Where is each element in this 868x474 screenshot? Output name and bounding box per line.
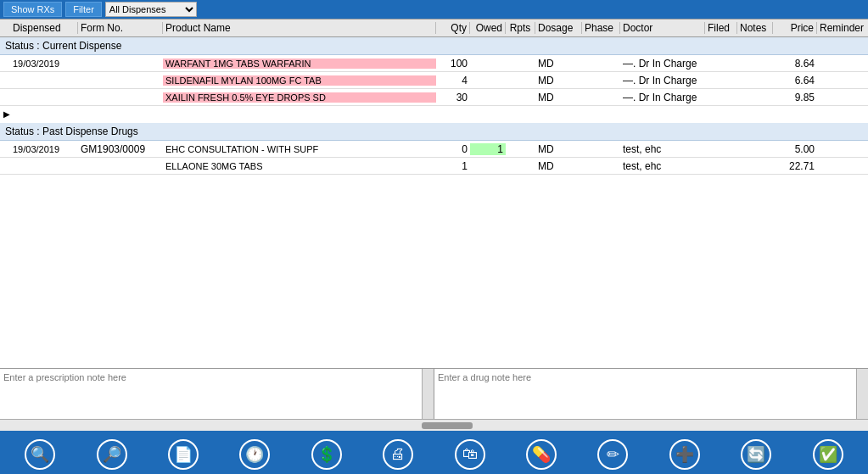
row-formno: GM1903/0009: [78, 143, 163, 155]
row-dosage: MD: [535, 75, 582, 86]
search-button[interactable]: 🔍 Search: [6, 433, 74, 475]
hist-icon: 🕐: [239, 439, 270, 470]
col-price-header: Price: [773, 22, 817, 34]
all-dispenses-dropdown[interactable]: All DispensesCurrent DispensePast Dispen…: [105, 2, 197, 17]
row-doctor: —. Dr In Charge: [620, 92, 705, 103]
receipt-button[interactable]: 🖨 Receipt: [364, 433, 432, 475]
row-dosage: MD: [535, 160, 582, 172]
label-icon: 💊: [526, 439, 557, 470]
hscroll-thumb[interactable]: [422, 422, 473, 429]
drug-note-panel: [434, 369, 868, 419]
row-dosage: MD: [535, 92, 582, 103]
new-script-button[interactable]: ➕ New Script: [651, 433, 719, 475]
rpt-complete-button[interactable]: ✅ Rpt & Complete: [794, 433, 862, 475]
show-rxs-button[interactable]: Show RXs: [3, 2, 62, 17]
row-product: SILDENAFIL MYLAN 100MG FC TAB: [163, 75, 436, 86]
table-row[interactable]: 19/03/2019 WARFANT 1MG TABS WARFARIN 100…: [0, 55, 868, 72]
prescription-note-input[interactable]: [0, 369, 434, 419]
row-doctor: —. Dr In Charge: [620, 58, 705, 70]
table-header: Dispensed Form No. Product Name Qty Owed…: [0, 19, 868, 37]
col-rpts-header: Rpts: [506, 22, 535, 34]
row-date: 19/03/2019: [10, 144, 78, 154]
col-qty-header: Qty: [436, 22, 470, 34]
view-scan-icon: 📄: [168, 439, 199, 470]
new-script-icon: ➕: [669, 439, 700, 470]
table-row[interactable]: SILDENAFIL MYLAN 100MG FC TAB 4 MD —. Dr…: [0, 72, 868, 89]
bottom-toolbar: 🔍 Search 🔎 View 📄 View Scan 🕐 Hist 5/5 💲…: [0, 431, 868, 474]
row-owed: 1: [470, 143, 506, 155]
row-date: 19/03/2019: [10, 59, 78, 69]
table-area: Status : Current Dispense 19/03/2019 WAR…: [0, 37, 868, 368]
row-price: 6.64: [773, 75, 817, 86]
bag-button[interactable]: 🛍 Bag: [436, 433, 504, 475]
col-phase-header: Phase: [582, 22, 620, 34]
row-dosage: MD: [535, 58, 582, 70]
top-bar: Show RXs Filter All DispensesCurrent Dis…: [0, 0, 868, 19]
view-scan-button[interactable]: 📄 View Scan: [149, 433, 217, 475]
notes-area: [0, 368, 868, 419]
row-doctor: —. Dr In Charge: [620, 75, 705, 86]
uncharge-icon: 💲: [311, 439, 342, 470]
drug-note-input[interactable]: [434, 369, 868, 419]
receipt-icon: 🖨: [383, 439, 413, 470]
horizontal-scrollbar[interactable]: [0, 419, 868, 431]
uncharge-button[interactable]: 💲 Uncharge: [293, 433, 361, 475]
row-product: XAILIN FRESH 0.5% EYE DROPS SD: [163, 92, 436, 103]
col-product-header: Product Name: [163, 22, 436, 34]
rpt-complete-icon: ✅: [813, 439, 843, 470]
col-doctor-header: Doctor: [620, 22, 705, 34]
row-price: 5.00: [773, 143, 817, 155]
prescription-scrollbar[interactable]: [422, 369, 434, 419]
view-icon: 🔎: [97, 439, 127, 470]
prescription-note-panel: [0, 369, 434, 419]
repeat-button[interactable]: 🔄 Repeat: [722, 433, 790, 475]
status-past-dispense: Status : Past Dispense Drugs: [0, 123, 868, 141]
edit-button[interactable]: ✏ Edit: [579, 433, 647, 475]
row-price: 22.71: [773, 160, 817, 172]
col-formno-header: Form No.: [78, 22, 163, 34]
row-qty: 1: [436, 160, 470, 172]
row-price: 8.64: [773, 58, 817, 70]
view-button[interactable]: 🔎 View: [78, 433, 146, 475]
col-notes-header: Notes: [737, 22, 773, 34]
table-row[interactable]: ELLAONE 30MG TABS 1 MD test, ehc 22.71: [0, 158, 868, 175]
row-doctor: test, ehc: [620, 160, 705, 172]
row-qty: 30: [436, 92, 470, 103]
row-indicator: ▶: [0, 106, 868, 121]
row-price: 9.85: [773, 92, 817, 103]
row-product: EHC CONSULTATION - WITH SUPF: [163, 144, 436, 154]
col-reminder-header: Reminder: [817, 22, 868, 34]
row-dosage: MD: [535, 143, 582, 155]
search-icon: 🔍: [25, 439, 55, 470]
row-qty: 0: [436, 143, 470, 155]
col-dosage-header: Dosage: [535, 22, 582, 34]
edit-icon: ✏: [597, 439, 628, 470]
row-arrow-icon: ▶: [3, 109, 10, 119]
hist-button[interactable]: 🕐 Hist 5/5: [221, 433, 288, 475]
filter-button[interactable]: Filter: [65, 2, 101, 17]
col-dispensed-header: Dispensed: [10, 22, 78, 34]
col-owed-header: Owed: [470, 22, 506, 34]
repeat-icon: 🔄: [741, 439, 771, 470]
table-row[interactable]: 19/03/2019 GM1903/0009 EHC CONSULTATION …: [0, 141, 868, 158]
row-product: ELLAONE 30MG TABS: [163, 161, 436, 171]
col-filed-header: Filed: [705, 22, 737, 34]
bag-icon: 🛍: [455, 439, 485, 470]
table-row[interactable]: XAILIN FRESH 0.5% EYE DROPS SD 30 MD —. …: [0, 89, 868, 106]
drug-scrollbar[interactable]: [856, 369, 868, 419]
row-qty: 100: [436, 58, 470, 70]
row-doctor: test, ehc: [620, 143, 705, 155]
label-button[interactable]: 💊 Label: [507, 433, 575, 475]
status-current-dispense: Status : Current Dispense: [0, 37, 868, 55]
row-product: WARFANT 1MG TABS WARFARIN: [163, 59, 436, 69]
row-qty: 4: [436, 75, 470, 86]
